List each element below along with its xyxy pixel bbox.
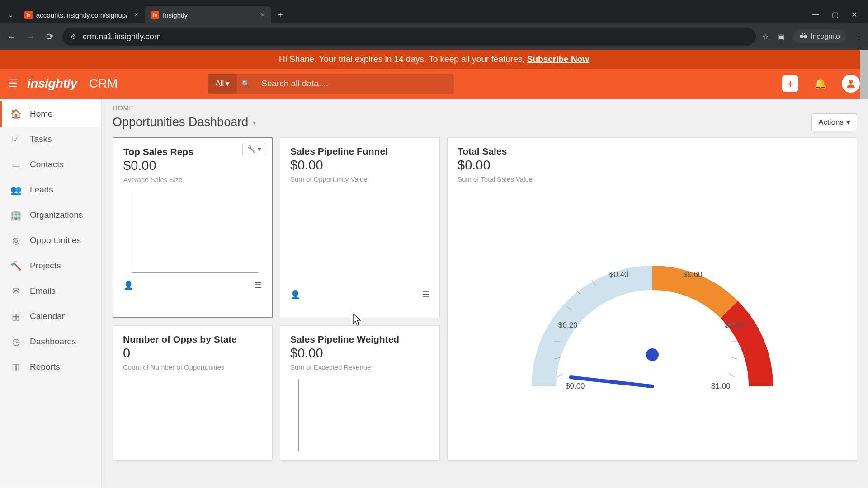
incognito-icon: 🕶 [800, 33, 807, 41]
wrench-icon: 🔧 [247, 145, 256, 153]
tab-title: Insightly [163, 11, 188, 19]
card-value: $0.00 [290, 158, 429, 173]
actions-dropdown[interactable]: Actions▾ [811, 113, 857, 131]
close-tab-icon[interactable]: × [134, 11, 138, 19]
browser-menu-icon[interactable]: ⋮ [855, 33, 863, 41]
card-value: $0.00 [123, 158, 262, 173]
sidebar-item-dashboards[interactable]: ◷Dashboards [0, 329, 101, 354]
sidebar-item-label: Organizations [30, 210, 83, 220]
home-icon: 🏠 [10, 108, 22, 119]
bookmark-icon[interactable]: ☆ [762, 33, 769, 41]
close-tab-icon[interactable]: × [261, 11, 265, 19]
card-title: Sales Pipeline Weighted [290, 334, 429, 345]
id-card-icon: ▭ [10, 159, 22, 170]
svg-line-19 [729, 374, 735, 377]
address-bar[interactable]: ⚙ crm.na1.insightly.com [62, 28, 756, 46]
card-total-sales[interactable]: Total Sales $0.00 Sum of Total Sales Val… [447, 137, 857, 461]
sidebar-item-label: Reports [30, 362, 60, 372]
card-opps-by-state[interactable]: Number of Opps by State 0 Count of Numbe… [113, 325, 273, 461]
browser-tab-active[interactable]: in Insightly × [145, 6, 271, 23]
incognito-label: Incognito [811, 33, 840, 41]
svg-text:$0.20: $0.20 [558, 321, 578, 329]
maximize-icon[interactable]: ▢ [832, 10, 839, 19]
sidebar: 🏠Home ☑Tasks ▭Contacts 👥Leads 🏢Organizat… [0, 99, 102, 488]
favicon-icon: in [151, 11, 159, 19]
search-input[interactable] [255, 79, 454, 89]
breadcrumb[interactable]: HOME [113, 104, 857, 112]
card-top-sales-reps[interactable]: 🔧▾ Top Sales Reps $0.00 Average Sales Si… [113, 137, 273, 318]
card-value: $0.00 [458, 158, 847, 173]
card-title: Number of Opps by State [123, 334, 262, 345]
card-value: $0.00 [290, 346, 429, 361]
sidebar-item-reports[interactable]: ▥Reports [0, 354, 101, 380]
svg-point-28 [646, 348, 659, 361]
menu-toggle-icon[interactable]: ☰ [8, 77, 18, 90]
svg-text:$0.40: $0.40 [609, 270, 629, 279]
sidebar-item-home[interactable]: 🏠Home [0, 101, 101, 127]
new-tab-button[interactable]: + [271, 10, 289, 20]
card-title: Total Sales [458, 146, 847, 157]
trial-banner: Hi Shane. Your trial expires in 14 days.… [0, 50, 868, 69]
check-icon: ☑ [10, 134, 22, 145]
logo[interactable]: insightly [27, 76, 77, 91]
panel-icon[interactable]: ▣ [778, 33, 784, 41]
site-settings-icon[interactable]: ⚙ [71, 33, 76, 40]
user-avatar[interactable] [842, 75, 860, 93]
browser-tab[interactable]: in accounts.insightly.com/signup/ × [18, 6, 145, 23]
notifications-icon[interactable]: 🔔 [812, 75, 828, 92]
tab-list-dropdown[interactable]: ⌄ [4, 11, 18, 19]
svg-text:$0.60: $0.60 [683, 270, 703, 279]
user-filter-icon[interactable]: 👤 [290, 290, 300, 300]
card-title: Top Sales Reps [123, 146, 262, 157]
app-name: CRM [89, 76, 118, 91]
card-subtitle: Average Sales Size [123, 176, 262, 183]
target-icon: ◎ [10, 235, 22, 246]
list-view-icon[interactable]: ☰ [422, 290, 429, 300]
empty-chart [298, 379, 426, 451]
user-filter-icon[interactable]: 👤 [123, 280, 133, 290]
svg-point-0 [849, 80, 853, 84]
card-subtitle: Count of Number of Opportunities [123, 363, 262, 371]
add-new-button[interactable]: ＋ [782, 75, 798, 92]
sidebar-item-opportunities[interactable]: ◎Opportunities [0, 228, 101, 253]
list-view-icon[interactable]: ☰ [255, 280, 262, 290]
card-subtitle: Sum of Total Sales Value [458, 175, 847, 183]
dashboard-title-dropdown[interactable]: Opportunities Dashboard ▾ [113, 115, 256, 129]
caret-down-icon: ▾ [846, 117, 850, 127]
card-pipeline-weighted[interactable]: Sales Pipeline Weighted $0.00 Sum of Exp… [280, 325, 440, 461]
reload-button[interactable]: ⟳ [43, 31, 56, 42]
sidebar-item-label: Dashboards [30, 337, 76, 347]
building-icon: 🏢 [10, 210, 22, 221]
svg-line-1 [557, 374, 563, 377]
search-icon: 🔍 [237, 80, 255, 88]
close-window-icon[interactable]: ✕ [851, 10, 857, 19]
caret-down-icon: ▾ [258, 145, 261, 153]
sidebar-item-calendar[interactable]: ▦Calendar [0, 304, 101, 329]
sidebar-item-label: Contacts [30, 160, 64, 169]
empty-chart [132, 192, 258, 273]
global-search[interactable]: All▾ 🔍 [208, 74, 454, 94]
svg-text:$0.00: $0.00 [566, 382, 585, 390]
people-icon: 👥 [10, 184, 22, 195]
minimize-icon[interactable]: — [812, 10, 819, 19]
page-title: Opportunities Dashboard [113, 115, 248, 129]
card-settings-button[interactable]: 🔧▾ [242, 143, 266, 155]
svg-text:$1.00: $1.00 [711, 382, 731, 390]
calendar-icon: ▦ [10, 311, 22, 322]
sidebar-item-organizations[interactable]: 🏢Organizations [0, 202, 101, 228]
svg-text:$0.80: $0.80 [725, 321, 744, 329]
incognito-badge[interactable]: 🕶 Incognito [793, 30, 846, 43]
sidebar-item-leads[interactable]: 👥Leads [0, 177, 101, 202]
gauge-chart: $0.00 $0.20 $0.40 $0.60 $0.80 $1.00 [458, 183, 847, 395]
sidebar-item-contacts[interactable]: ▭Contacts [0, 152, 101, 177]
back-button[interactable]: ← [5, 32, 18, 42]
search-scope-dropdown[interactable]: All▾ [208, 74, 237, 94]
subscribe-link[interactable]: Subscribe Now [527, 54, 589, 64]
sidebar-item-projects[interactable]: 🔨Projects [0, 253, 101, 278]
svg-line-18 [732, 357, 738, 359]
sidebar-item-emails[interactable]: ✉Emails [0, 278, 101, 304]
gauge-icon: ◷ [10, 336, 22, 347]
card-pipeline-funnel[interactable]: Sales Pipeline Funnel $0.00 Sum of Oppor… [280, 137, 440, 318]
card-subtitle: Sum of Opportunity Value [290, 175, 429, 183]
sidebar-item-tasks[interactable]: ☑Tasks [0, 127, 101, 152]
